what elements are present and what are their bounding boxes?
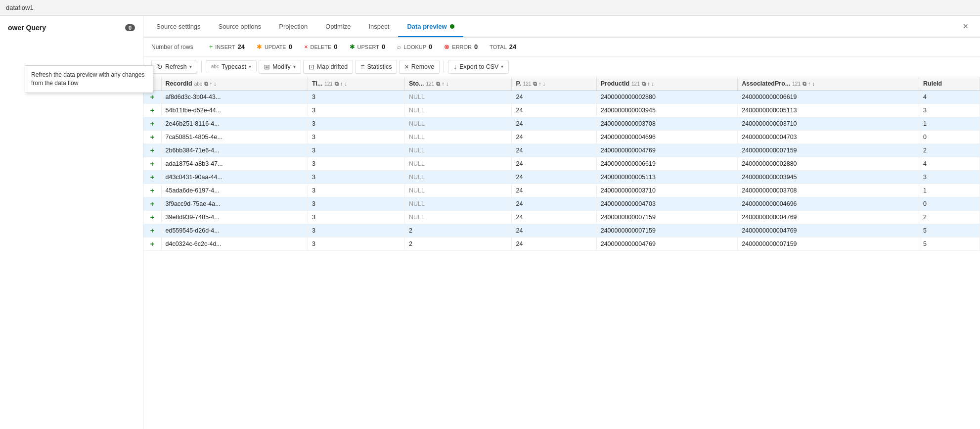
modify-dropdown-icon[interactable]: ▾ — [293, 64, 296, 69]
tab-source-options[interactable]: Source options — [210, 16, 270, 37]
total-value: 24 — [509, 43, 516, 50]
col-p-sort-desc-icon[interactable]: ↓ — [543, 81, 546, 87]
typecast-dropdown-icon[interactable]: ▾ — [249, 64, 251, 69]
col-p-sort-asc-icon[interactable]: ↑ — [538, 81, 541, 87]
cell-p: 24 — [512, 104, 596, 117]
table-row[interactable]: + d43c0431-90aa-44... 3 NULL 24 24000000… — [143, 171, 980, 184]
delete-value: 0 — [334, 43, 337, 50]
col-assocpro-actions: ⧉ ↑ ↓ — [802, 81, 815, 87]
tab-projection[interactable]: Projection — [270, 16, 316, 37]
col-ti-sort-asc-icon[interactable]: ↑ — [340, 81, 343, 87]
refresh-icon: ↻ — [157, 63, 163, 71]
cell-ruleid: 3 — [919, 104, 980, 117]
tab-optimize[interactable]: Optimize — [316, 16, 359, 37]
col-header-assocpro: AssociatedPro... 121 ⧉ ↑ ↓ — [738, 77, 919, 91]
table-row[interactable]: + af8d6d3c-3b04-43... 3 NULL 24 24000000… — [143, 91, 980, 104]
col-sto-label: Sto... — [409, 80, 424, 87]
row-insert-indicator: + — [143, 184, 161, 197]
col-sort-asc-icon[interactable]: ↑ — [210, 81, 213, 87]
tab-data-preview[interactable]: Data preview — [398, 16, 463, 37]
table-row[interactable]: + ada18754-a8b3-47... 3 NULL 24 24000000… — [143, 157, 980, 171]
title-bar: dataflow1 — [0, 0, 980, 16]
cell-ruleid: 2 — [919, 144, 980, 157]
table-row[interactable]: + ed559545-d26d-4... 3 2 24 240000000000… — [143, 224, 980, 238]
upsert-icon: ✱ — [350, 43, 355, 50]
col-assocpro-sort-asc-icon[interactable]: ↑ — [808, 81, 811, 87]
upsert-value: 0 — [382, 43, 385, 50]
table-row[interactable]: + 2b6bb384-71e6-4... 3 NULL 24 240000000… — [143, 144, 980, 157]
table-row[interactable]: + 54b11fbe-d52e-44... 3 NULL 24 24000000… — [143, 104, 980, 117]
col-p-type: 121 — [523, 81, 532, 87]
sidebar: ower Query 0 Refresh the data preview wi… — [0, 16, 143, 429]
map-drifted-button[interactable]: ⊡ Map drifted — [303, 60, 354, 74]
cell-p: 24 — [512, 91, 596, 104]
col-productid-copy-icon[interactable]: ⧉ — [642, 81, 646, 87]
stats-bar: Number of rows + INSERT 24 ✱ UPDATE 0 × … — [143, 38, 980, 56]
typecast-button[interactable]: abc Typecast ▾ — [206, 60, 257, 73]
insert-value: 24 — [237, 43, 244, 50]
cell-recordid: 3f9acc9d-75ae-4a... — [161, 197, 308, 211]
col-assocpro-sort-desc-icon[interactable]: ↓ — [812, 81, 815, 87]
col-productid-sort-asc-icon[interactable]: ↑ — [647, 81, 650, 87]
table-row[interactable]: + 39e8d939-7485-4... 3 NULL 24 240000000… — [143, 211, 980, 224]
col-assocpro-type: 121 — [792, 81, 801, 87]
row-insert-indicator: + — [143, 211, 161, 224]
export-csv-button[interactable]: ↓ Export to CSV ▾ — [448, 60, 509, 74]
cell-ti: 3 — [308, 91, 404, 104]
close-button[interactable]: × — [959, 19, 972, 34]
col-productid-label: ProductId — [601, 80, 629, 87]
col-p-copy-icon[interactable]: ⧉ — [533, 81, 537, 87]
tab-bar: Source settings Source options Projectio… — [143, 16, 980, 38]
col-ruleid-label: RuleId — [923, 80, 942, 87]
refresh-button[interactable]: ↻ Refresh ▾ — [151, 60, 197, 74]
cell-ti: 3 — [308, 211, 404, 224]
table-row[interactable]: + d4c0324c-6c2c-4d... 3 2 24 24000000000… — [143, 238, 980, 251]
cell-recordid: d4c0324c-6c2c-4d... — [161, 238, 308, 251]
cell-assocpro: 2400000000003708 — [738, 184, 919, 197]
remove-button[interactable]: × Remove — [399, 60, 440, 74]
col-sto-actions: ⧉ ↑ ↓ — [436, 81, 448, 87]
col-recordid-label: RecordId — [166, 80, 192, 87]
col-sto-copy-icon[interactable]: ⧉ — [436, 81, 440, 87]
col-ti-actions: ⧉ ↑ ↓ — [335, 81, 347, 87]
cell-productid: 2400000000002880 — [596, 91, 738, 104]
statistics-label: Statistics — [367, 63, 392, 70]
table-row[interactable]: + 45ada6de-6197-4... 3 NULL 24 240000000… — [143, 184, 980, 197]
col-p-label: P. — [516, 80, 521, 87]
tab-inspect[interactable]: Inspect — [359, 16, 398, 37]
col-header-p: P. 121 ⧉ ↑ ↓ — [512, 77, 596, 91]
toolbar-divider-2 — [444, 61, 444, 73]
col-ti-label: Ti... — [312, 80, 322, 87]
stat-upsert: ✱ UPSERT 0 — [350, 43, 386, 50]
statistics-button[interactable]: ≡ Statistics — [355, 60, 397, 74]
col-header-recordid: RecordId abc ⧉ ↑ ↓ — [161, 77, 308, 91]
error-icon: ⊗ — [444, 43, 449, 50]
refresh-dropdown-icon[interactable]: ▾ — [189, 64, 192, 69]
col-sort-desc-icon[interactable]: ↓ — [214, 81, 217, 87]
cell-assocpro: 2400000000007159 — [738, 238, 919, 251]
col-ti-copy-icon[interactable]: ⧉ — [335, 81, 339, 87]
tab-source-settings[interactable]: Source settings — [147, 16, 210, 37]
table-row[interactable]: + 7ca50851-4805-4e... 3 NULL 24 24000000… — [143, 131, 980, 144]
sidebar-badge: 0 — [125, 24, 135, 31]
col-sto-sort-asc-icon[interactable]: ↑ — [442, 81, 445, 87]
col-copy-icon[interactable]: ⧉ — [204, 81, 208, 87]
export-dropdown-icon[interactable]: ▾ — [501, 64, 503, 69]
cell-sto: NULL — [404, 117, 512, 131]
col-assocpro-label: AssociatedPro... — [742, 80, 790, 87]
table-container[interactable]: ↑↓ RecordId abc ⧉ ↑ ↓ — [143, 77, 980, 429]
col-header-productid: ProductId 121 ⧉ ↑ ↓ — [596, 77, 738, 91]
remove-label: Remove — [411, 63, 435, 70]
cell-p: 24 — [512, 117, 596, 131]
table-row[interactable]: + 3f9acc9d-75ae-4a... 3 NULL 24 24000000… — [143, 197, 980, 211]
col-productid-sort-desc-icon[interactable]: ↓ — [651, 81, 654, 87]
col-ti-sort-desc-icon[interactable]: ↓ — [344, 81, 347, 87]
delete-icon: × — [304, 43, 308, 50]
cell-ti: 3 — [308, 184, 404, 197]
table-row[interactable]: + 2e46b251-8116-4... 3 NULL 24 240000000… — [143, 117, 980, 131]
col-assocpro-copy-icon[interactable]: ⧉ — [802, 81, 806, 87]
modify-button[interactable]: ⊞ Modify ▾ — [259, 60, 301, 74]
error-value: 0 — [474, 43, 478, 50]
cell-sto: NULL — [404, 91, 512, 104]
col-sto-sort-desc-icon[interactable]: ↓ — [446, 81, 449, 87]
